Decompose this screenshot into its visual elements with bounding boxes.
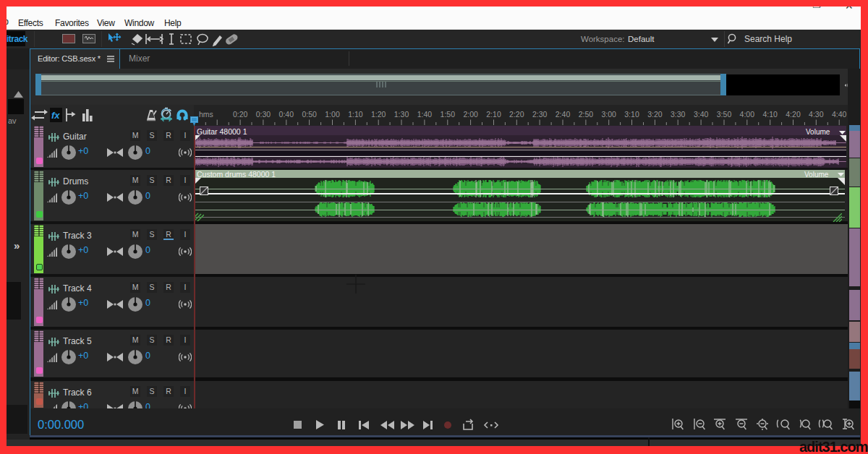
svg-text:2:00: 2:00 (463, 110, 478, 119)
svg-text:2:30: 2:30 (532, 110, 548, 119)
svg-text:0:40: 0:40 (279, 110, 294, 119)
svg-text:4:40: 4:40 (832, 110, 847, 119)
svg-text:3:20: 3:20 (647, 110, 663, 119)
svg-text:2:50: 2:50 (579, 110, 594, 119)
svg-text:2:20: 2:20 (509, 110, 524, 119)
svg-text:0:30: 0:30 (256, 110, 271, 119)
svg-text:3:00: 3:00 (601, 110, 616, 119)
svg-text:hms: hms (199, 110, 213, 119)
svg-text:1:50: 1:50 (441, 110, 456, 119)
svg-text:1:20: 1:20 (371, 110, 386, 119)
svg-text:4:00: 4:00 (740, 110, 755, 119)
svg-text:3:30: 3:30 (671, 110, 686, 119)
svg-text:3:40: 3:40 (694, 110, 709, 119)
svg-text:0:20: 0:20 (233, 110, 248, 119)
svg-text:4:20: 4:20 (786, 110, 801, 119)
svg-text:3:50: 3:50 (717, 110, 732, 119)
svg-text:1:40: 1:40 (417, 110, 433, 119)
svg-text:4:30: 4:30 (809, 110, 824, 119)
svg-text:1:30: 1:30 (394, 110, 409, 119)
svg-text:1:10: 1:10 (348, 110, 363, 119)
svg-text:0:50: 0:50 (302, 110, 317, 119)
svg-text:1:00: 1:00 (325, 110, 340, 119)
svg-text:2:40: 2:40 (556, 110, 571, 119)
svg-text:fx: fx (51, 110, 60, 121)
svg-text:4:10: 4:10 (762, 110, 778, 119)
svg-text:2:10: 2:10 (486, 110, 501, 119)
svg-text:3:10: 3:10 (624, 110, 639, 119)
